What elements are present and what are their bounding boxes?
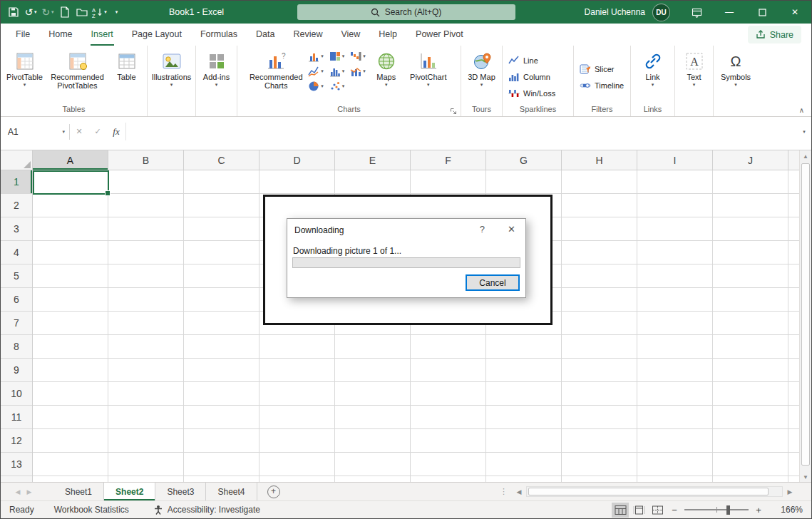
tab-data[interactable]: Data <box>247 24 284 46</box>
share-button[interactable]: Share <box>748 26 801 43</box>
column-header-g[interactable]: G <box>486 150 562 170</box>
undo-button[interactable]: ↺▾ <box>22 1 39 24</box>
column-header-f[interactable]: F <box>411 150 486 170</box>
sheet-prev-button[interactable]: ◀ <box>12 488 24 495</box>
row-header-2[interactable]: 2 <box>1 194 32 217</box>
open-file-button[interactable] <box>73 1 91 24</box>
recommended-charts-button[interactable]: ? Recommended Charts <box>246 47 306 90</box>
horizontal-scrollbar[interactable] <box>526 486 783 497</box>
row-header-11[interactable]: 11 <box>1 406 32 429</box>
row-header-3[interactable]: 3 <box>1 217 32 241</box>
sheet-tab-sheet1[interactable]: Sheet1 <box>53 483 104 500</box>
recommended-pivottables-button[interactable]: Recommended PivotTables <box>47 47 108 90</box>
tab-home[interactable]: Home <box>39 24 81 46</box>
timeline-button[interactable]: Timeline <box>575 77 628 93</box>
column-header-i[interactable]: I <box>637 150 713 170</box>
vertical-scrollbar[interactable]: ▲ ▼ <box>799 150 811 483</box>
new-sheet-button[interactable]: + <box>267 485 280 498</box>
sheet-tab-sheet2[interactable]: Sheet2 <box>104 483 155 500</box>
zoom-out-button[interactable]: − <box>667 505 682 515</box>
customize-qat-button[interactable]: ▾ <box>108 1 125 24</box>
sheet-tab-sheet3[interactable]: Sheet3 <box>155 483 206 500</box>
insert-line-chart-button[interactable]: ▾ <box>306 65 326 78</box>
row-header-8[interactable]: 8 <box>1 335 32 359</box>
column-header-e[interactable]: E <box>335 150 411 170</box>
search-box[interactable]: Search (Alt+Q) <box>297 4 515 20</box>
normal-view-button[interactable] <box>612 503 629 518</box>
vertical-scroll-thumb[interactable] <box>801 163 810 466</box>
page-break-view-button[interactable] <box>649 503 666 518</box>
ribbon-display-options-button[interactable] <box>680 1 713 24</box>
row-header-10[interactable]: 10 <box>1 382 32 406</box>
3d-map-button[interactable]: 3D Map ▾ <box>463 47 500 88</box>
row-header-6[interactable]: 6 <box>1 288 32 312</box>
insert-pie-chart-button[interactable]: ▾ <box>306 80 326 93</box>
dialog-help-button[interactable]: ? <box>480 224 485 235</box>
tab-formulas[interactable]: Formulas <box>191 24 247 46</box>
row-header-5[interactable]: 5 <box>1 264 32 288</box>
tab-splitter[interactable]: ⋮ <box>500 487 508 496</box>
horizontal-scroll-thumb[interactable] <box>528 488 769 495</box>
hscroll-right-button[interactable]: ▶ <box>784 488 796 495</box>
link-button[interactable]: Link ▾ <box>635 47 671 88</box>
user-name[interactable]: Daniel Uchenna <box>585 7 645 17</box>
tab-page-layout[interactable]: Page Layout <box>123 24 191 46</box>
close-button[interactable]: ✕ <box>778 1 811 24</box>
column-header-partial[interactable] <box>788 150 799 170</box>
cancel-entry-button[interactable]: ✕ <box>70 123 88 140</box>
scroll-up-button[interactable]: ▲ <box>800 150 811 163</box>
enter-entry-button[interactable]: ✓ <box>88 123 107 140</box>
tab-review[interactable]: Review <box>284 24 332 46</box>
formula-bar-expand-button[interactable]: ▾ <box>797 129 811 135</box>
select-all-corner[interactable] <box>1 150 33 170</box>
sparkline-winloss-button[interactable]: Win/Loss <box>504 86 560 102</box>
tab-power-pivot[interactable]: Power Pivot <box>406 24 473 46</box>
save-button[interactable] <box>5 1 22 24</box>
hscroll-left-button[interactable]: ◀ <box>513 488 525 495</box>
pivotchart-button[interactable]: PivotChart ▾ <box>405 47 452 88</box>
insert-scatter-chart-button[interactable]: ▾ <box>327 80 347 93</box>
slicer-button[interactable]: Slicer <box>575 61 619 77</box>
minimize-button[interactable]: — <box>713 1 746 24</box>
sheet-tab-sheet4[interactable]: Sheet4 <box>206 483 257 500</box>
illustrations-button[interactable]: Illustrations ▾ <box>149 47 194 88</box>
row-header-12[interactable]: 12 <box>1 429 32 453</box>
column-header-d[interactable]: D <box>259 150 335 170</box>
dialog-close-button[interactable]: ✕ <box>508 224 515 235</box>
selected-cell-a1[interactable] <box>33 170 109 195</box>
zoom-slider[interactable] <box>684 503 749 516</box>
column-header-a[interactable]: A <box>33 150 108 170</box>
collapse-ribbon-button[interactable]: ∧ <box>799 106 804 114</box>
accessibility-status[interactable]: Accessibility: Investigate <box>153 505 260 515</box>
row-header-4[interactable]: 4 <box>1 241 32 264</box>
zoom-slider-thumb[interactable] <box>726 505 730 515</box>
addins-button[interactable]: Add-ins ▾ <box>198 47 235 88</box>
column-header-j[interactable]: J <box>713 150 788 170</box>
formula-input[interactable] <box>125 123 797 140</box>
row-header-7[interactable]: 7 <box>1 312 32 335</box>
tab-help[interactable]: Help <box>369 24 406 46</box>
pivottable-button[interactable]: PivotTable ▾ <box>3 47 47 88</box>
tab-view[interactable]: View <box>332 24 369 46</box>
column-header-c[interactable]: C <box>184 150 259 170</box>
insert-hierarchy-chart-button[interactable]: ▾ <box>327 50 347 63</box>
tab-file[interactable]: File <box>6 24 39 46</box>
dialog-cancel-button[interactable]: Cancel <box>466 274 520 291</box>
sheet-next-button[interactable]: ▶ <box>24 488 35 495</box>
insert-statistic-chart-button[interactable]: ▾ <box>327 65 347 78</box>
symbols-button[interactable]: Ω Symbols ▾ <box>716 47 756 88</box>
column-header-h[interactable]: H <box>562 150 637 170</box>
insert-combo-chart-button[interactable]: ▾ <box>348 65 368 78</box>
row-header-9[interactable]: 9 <box>1 359 32 382</box>
insert-waterfall-chart-button[interactable]: ▾ <box>348 50 368 63</box>
row-header-13[interactable]: 13 <box>1 453 32 476</box>
name-box[interactable]: A1▾ <box>1 123 69 140</box>
sparkline-line-button[interactable]: Line <box>504 53 543 69</box>
tab-insert[interactable]: Insert <box>82 24 123 46</box>
page-layout-view-button[interactable] <box>630 503 647 518</box>
insert-column-chart-button[interactable]: ▾ <box>306 50 326 63</box>
new-file-button[interactable] <box>56 1 73 24</box>
sort-button[interactable]: AZ ▾ <box>91 1 108 24</box>
column-header-b[interactable]: B <box>108 150 184 170</box>
maximize-button[interactable] <box>746 1 778 24</box>
